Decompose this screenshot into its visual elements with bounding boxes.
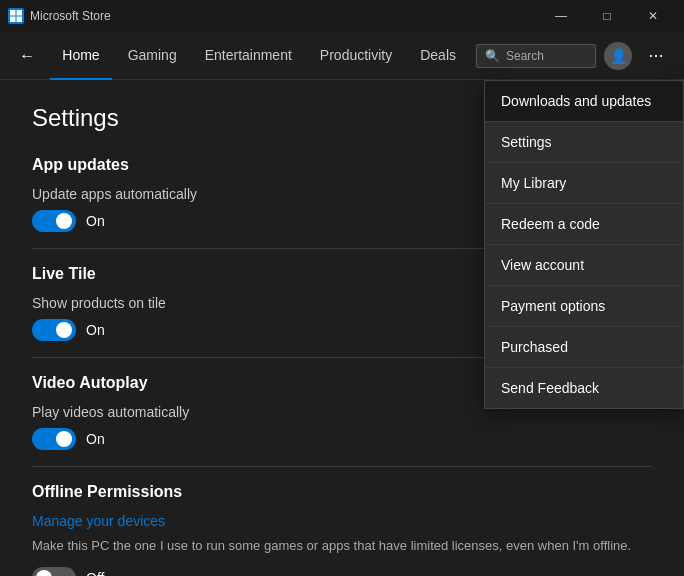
app-updates-toggle-label: On: [86, 213, 105, 229]
dropdown-item-3[interactable]: Redeem a code: [485, 204, 683, 245]
dropdown-item-1[interactable]: Settings: [485, 122, 683, 163]
title-bar-controls: — □ ✕: [538, 0, 676, 32]
nav-right: 🔍 Search 👤 ···: [476, 40, 672, 72]
main-content: Settings App updates Update apps automat…: [0, 80, 684, 576]
search-icon: 🔍: [485, 49, 500, 63]
nav-item-deals[interactable]: Deals: [408, 32, 468, 80]
dropdown-item-7[interactable]: Send Feedback: [485, 368, 683, 408]
back-button[interactable]: ←: [12, 40, 42, 72]
more-button[interactable]: ···: [640, 40, 672, 72]
dropdown-menu: Downloads and updatesSettingsMy LibraryR…: [484, 80, 684, 409]
dropdown-item-2[interactable]: My Library: [485, 163, 683, 204]
nav-item-productivity[interactable]: Productivity: [308, 32, 404, 80]
video-autoplay-toggle[interactable]: [32, 428, 76, 450]
app-updates-toggle[interactable]: [32, 210, 76, 232]
close-button[interactable]: ✕: [630, 0, 676, 32]
app-icon: [8, 8, 24, 24]
user-avatar[interactable]: 👤: [604, 42, 632, 70]
manage-devices-link[interactable]: Manage your devices: [32, 513, 652, 529]
offline-toggle-label: Off: [86, 570, 104, 576]
offline-toggle[interactable]: [32, 567, 76, 576]
dropdown-item-0[interactable]: Downloads and updates: [485, 81, 683, 122]
maximize-button[interactable]: □: [584, 0, 630, 32]
svg-rect-1: [17, 10, 23, 16]
search-box[interactable]: 🔍 Search: [476, 44, 596, 68]
nav-bar: ← Home Gaming Entertainment Productivity…: [0, 32, 684, 80]
offline-toggle-row: Off: [32, 567, 652, 576]
offline-permissions-title: Offline Permissions: [32, 483, 652, 501]
dropdown-item-5[interactable]: Payment options: [485, 286, 683, 327]
title-bar-text: Microsoft Store: [30, 9, 111, 23]
dropdown-item-6[interactable]: Purchased: [485, 327, 683, 368]
offline-permissions-section: Offline Permissions Manage your devices …: [32, 483, 652, 576]
nav-items: Home Gaming Entertainment Productivity D…: [50, 32, 468, 80]
dropdown-item-4[interactable]: View account: [485, 245, 683, 286]
title-bar: Microsoft Store — □ ✕: [0, 0, 684, 32]
live-tile-toggle[interactable]: [32, 319, 76, 341]
svg-rect-3: [17, 17, 23, 23]
video-autoplay-toggle-label: On: [86, 431, 105, 447]
minimize-button[interactable]: —: [538, 0, 584, 32]
offline-permissions-description: Make this PC the one I use to run some g…: [32, 537, 652, 555]
svg-rect-2: [10, 17, 16, 23]
more-icon: ···: [648, 45, 663, 66]
nav-item-entertainment[interactable]: Entertainment: [193, 32, 304, 80]
search-label: Search: [506, 49, 544, 63]
divider-3: [32, 466, 652, 467]
live-tile-toggle-label: On: [86, 322, 105, 338]
svg-rect-0: [10, 10, 16, 16]
nav-item-gaming[interactable]: Gaming: [116, 32, 189, 80]
video-autoplay-toggle-row: On: [32, 428, 652, 450]
nav-item-home[interactable]: Home: [50, 32, 111, 80]
title-bar-left: Microsoft Store: [8, 8, 111, 24]
